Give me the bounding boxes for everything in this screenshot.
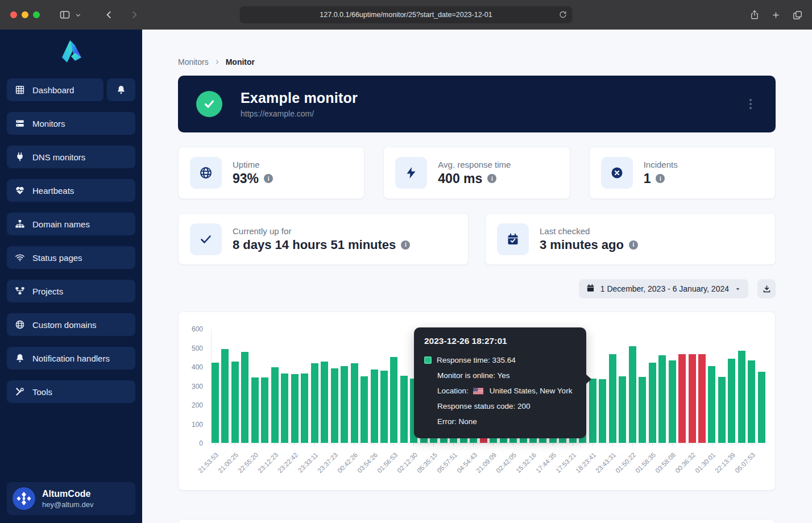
monitor-menu-button[interactable] (746, 96, 755, 113)
date-range-button[interactable]: 1 December, 2023 - 6 January, 2024 (579, 279, 748, 298)
chart-bar[interactable] (261, 377, 268, 443)
chart-bar[interactable] (669, 360, 676, 443)
chart-bar[interactable] (271, 367, 279, 443)
chart-bar[interactable] (361, 376, 368, 443)
status-up-icon (196, 91, 222, 117)
chart-bar[interactable] (321, 362, 328, 443)
x-tick-label: 21:09:09 (475, 451, 498, 474)
minimize-window-button[interactable] (22, 11, 28, 18)
chart-bar[interactable] (738, 351, 745, 443)
x-tick-label: 23:43:31 (594, 451, 617, 474)
breadcrumb-monitors-link[interactable]: Monitors (178, 57, 209, 67)
chart-bar[interactable] (231, 362, 239, 443)
chart-bar[interactable] (698, 354, 706, 443)
x-tick-label: 01:50:22 (614, 451, 637, 474)
x-tick-label: 05:07:53 (734, 451, 756, 474)
chart-bar[interactable] (311, 363, 318, 443)
chart-bar[interactable] (251, 377, 259, 443)
chart-bar[interactable] (291, 374, 299, 443)
chart-bar[interactable] (658, 355, 666, 443)
new-tab-icon[interactable] (771, 10, 781, 20)
sidebar-toggle-icon[interactable] (59, 9, 71, 20)
stat-value: 1 (644, 171, 651, 186)
tab-overview-icon[interactable] (792, 10, 803, 20)
back-icon[interactable] (104, 10, 114, 20)
sidebar-item-notification-handlers[interactable]: Notification handlers (7, 347, 135, 370)
chart-bar[interactable] (629, 346, 636, 443)
chart-bar[interactable] (708, 366, 715, 443)
chart-bar[interactable] (589, 379, 596, 443)
sidebar-item-domain-names[interactable]: Domain names (7, 213, 135, 235)
tooltip-response-time: Response time: 335.64 (437, 352, 516, 368)
uptime-duration-card: Currently up for 8 days 14 hours 51 minu… (178, 213, 469, 265)
sidebar-item-tools[interactable]: Tools (7, 380, 135, 403)
chart-bar[interactable] (341, 366, 348, 443)
sidebar-item-projects[interactable]: Projects (7, 280, 135, 302)
sidebar-item-heartbeats[interactable]: Heartbeats (7, 179, 135, 202)
x-tick-mark (672, 443, 673, 446)
sidebar-item-label: Custom domains (32, 320, 97, 330)
chart-bar[interactable] (619, 376, 626, 443)
chart-bar[interactable] (371, 370, 378, 443)
chart-bar[interactable] (599, 379, 606, 443)
sidebar-item-monitors[interactable]: Monitors (7, 112, 135, 135)
share-icon[interactable] (749, 9, 760, 20)
chart-bar[interactable] (400, 376, 408, 443)
browser-chrome: 127.0.0.1/66uptime/monitor/25?start_date… (0, 0, 812, 30)
chart-bar[interactable] (351, 363, 358, 443)
server-icon (15, 118, 25, 128)
sidebar-item-custom-domains[interactable]: Custom domains (7, 313, 135, 336)
info-icon[interactable]: i (401, 240, 410, 250)
info-icon[interactable]: i (264, 174, 273, 183)
sidebar-item-dashboard[interactable]: Dashboard (7, 78, 103, 101)
sidebar-account[interactable]: AltumCode hey@altum.dev (7, 482, 135, 515)
monitor-url: https://example.com/ (241, 109, 358, 118)
info-icon[interactable]: i (656, 174, 665, 183)
window-controls (10, 11, 40, 18)
chart-bar[interactable] (718, 377, 726, 443)
x-tick-mark (652, 443, 653, 446)
chart-bar[interactable] (649, 363, 656, 443)
chart-bar[interactable] (390, 357, 397, 443)
x-circle-icon (601, 157, 633, 189)
download-report-button[interactable] (757, 279, 776, 298)
close-window-button[interactable] (10, 11, 17, 18)
x-tick-label: 03:54:26 (356, 451, 379, 474)
chart-bar[interactable] (748, 360, 755, 443)
chart-bar[interactable] (281, 373, 288, 443)
sidebar-item-status-pages[interactable]: Status pages (7, 246, 135, 269)
us-flag-icon (473, 388, 483, 395)
chart-bar[interactable] (331, 368, 338, 443)
y-tick-label: 200 (180, 401, 203, 409)
address-bar[interactable]: 127.0.0.1/66uptime/monitor/25?start_date… (240, 6, 573, 23)
chevron-down-icon[interactable] (75, 12, 81, 18)
sidebar-item-label: Domain names (32, 219, 90, 229)
info-icon[interactable]: i (629, 240, 638, 250)
chart-bar[interactable] (212, 363, 219, 443)
chart-bar[interactable] (609, 354, 616, 443)
forward-icon[interactable] (129, 10, 139, 20)
app-logo[interactable] (0, 30, 142, 64)
chart-bar[interactable] (301, 373, 308, 443)
zoom-window-button[interactable] (33, 11, 40, 18)
chart-bar[interactable] (380, 371, 388, 443)
sidebar-item-label: Monitors (32, 119, 65, 128)
chart-bar[interactable] (241, 352, 248, 443)
chart-bar[interactable] (728, 359, 735, 443)
response-time-chart-card: 0100200300400500600 21:53:5321:00:2522:5… (178, 312, 776, 491)
account-name: AltumCode (42, 489, 94, 499)
sidebar-item-dns-monitors[interactable]: DNS monitors (7, 146, 135, 168)
x-tick-mark (612, 443, 613, 446)
reload-icon[interactable] (559, 10, 567, 19)
wifi-icon (15, 252, 25, 263)
chart-bar[interactable] (639, 377, 646, 443)
chart-bar[interactable] (678, 354, 686, 443)
check-icon (190, 223, 222, 255)
notifications-bell-button[interactable] (107, 78, 135, 101)
chart-bar[interactable] (221, 349, 229, 443)
stat-label: Last checked (540, 226, 638, 236)
chart-bar[interactable] (758, 372, 765, 443)
chart-tooltip: 2023-12-26 18:27:01 Response time: 335.6… (414, 327, 586, 438)
chart-bar[interactable] (689, 354, 696, 443)
info-icon[interactable]: i (487, 174, 496, 183)
